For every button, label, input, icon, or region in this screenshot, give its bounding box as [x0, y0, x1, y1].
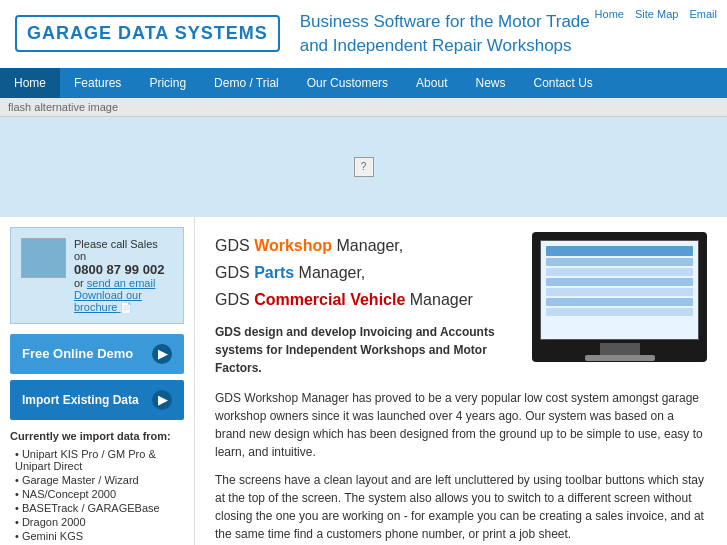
nav-pricing[interactable]: Pricing	[135, 68, 200, 98]
btn-import-label: Import Existing Data	[22, 393, 139, 407]
tagline-line2: and Independent Repair Workshops	[300, 34, 590, 58]
content-area: GDS Workshop Manager, GDS Parts Manager,…	[195, 217, 727, 545]
logo-text: GARAGE DATA SYSTEMS	[27, 23, 268, 44]
free-online-demo-button[interactable]: Free Online Demo ▶	[10, 334, 184, 374]
nav-features[interactable]: Features	[60, 68, 135, 98]
parts-highlight: Parts	[254, 264, 294, 281]
pl2-suffix: Manager,	[294, 264, 365, 281]
home-link[interactable]: Home	[595, 8, 624, 20]
import-existing-data-button[interactable]: Import Existing Data ▶	[10, 380, 184, 420]
contact-text: Please call Sales on 0800 87 99 002 or s…	[74, 238, 173, 313]
pl2-prefix: GDS	[215, 264, 254, 281]
list-item: Gemini KGS	[15, 529, 184, 543]
email-link[interactable]: Email	[689, 8, 717, 20]
flash-bar: flash alternative image	[0, 98, 727, 117]
list-item: BASETrack / GARAGEBase	[15, 501, 184, 515]
main-content: Please call Sales on 0800 87 99 002 or s…	[0, 217, 727, 545]
sim-row	[546, 246, 693, 256]
contact-phone: 0800 87 99 002	[74, 262, 173, 277]
nav-home[interactable]: Home	[0, 68, 60, 98]
contact-download-row: Download our brochure 📄	[74, 289, 173, 313]
nav-demo[interactable]: Demo / Trial	[200, 68, 293, 98]
pl3-prefix: GDS	[215, 291, 254, 308]
contact-or: or send an email	[74, 277, 173, 289]
desc-para2: The screens have a clean layout and are …	[215, 471, 707, 543]
commercial-highlight: Commercial Vehicle	[254, 291, 405, 308]
contact-email-link[interactable]: send an email	[87, 277, 156, 289]
list-item: Dragon 2000	[15, 515, 184, 529]
list-item: NAS/Concept 2000	[15, 487, 184, 501]
monitor-stand	[600, 343, 640, 355]
list-item: Unipart KIS Pro / GM Pro & Unipart Direc…	[15, 447, 184, 473]
nav-news[interactable]: News	[461, 68, 519, 98]
list-item: Garage Master / Wizard	[15, 473, 184, 487]
import-sources-title: Currently we import data from:	[10, 430, 184, 442]
monitor-image	[532, 232, 707, 362]
monitor-screen-inner	[541, 241, 698, 339]
workshop-highlight: Workshop	[254, 237, 332, 254]
import-sources-list: Unipart KIS Pro / GM Pro & Unipart Direc…	[10, 447, 184, 545]
tagline-line1: Business Software for the Motor Trade	[300, 10, 590, 34]
sim-row	[546, 308, 693, 316]
sim-row	[546, 298, 693, 306]
desc-para1: GDS Workshop Manager has proved to be a …	[215, 389, 707, 461]
nav-customers[interactable]: Our Customers	[293, 68, 402, 98]
pl1-prefix: GDS	[215, 237, 254, 254]
pdf-icon: 📄	[120, 302, 132, 313]
pl3-suffix: Manager	[405, 291, 473, 308]
import-arrow-icon: ▶	[152, 390, 172, 410]
nav-contact[interactable]: Contact Us	[519, 68, 606, 98]
btn-demo-label: Free Online Demo	[22, 346, 133, 361]
top-links: Home Site Map Email	[587, 8, 717, 20]
sim-row	[546, 258, 693, 266]
tagline: Business Software for the Motor Trade an…	[300, 10, 590, 58]
monitor	[532, 232, 707, 362]
sim-row	[546, 268, 693, 276]
monitor-base	[585, 355, 655, 361]
monitor-screen	[540, 240, 699, 340]
monitor-table-sim	[546, 246, 693, 318]
demo-arrow-icon: ▶	[152, 344, 172, 364]
nav-about[interactable]: About	[402, 68, 461, 98]
sitemap-link[interactable]: Site Map	[635, 8, 678, 20]
import-sources: Currently we import data from: Unipart K…	[10, 430, 184, 545]
contact-box: Please call Sales on 0800 87 99 002 or s…	[10, 227, 184, 324]
sidebar: Please call Sales on 0800 87 99 002 or s…	[0, 217, 195, 545]
sim-row	[546, 288, 693, 296]
contact-label: Please call Sales on	[74, 238, 173, 262]
nav-bar: Home Features Pricing Demo / Trial Our C…	[0, 68, 727, 98]
sim-row	[546, 278, 693, 286]
logo-box: GARAGE DATA SYSTEMS	[15, 15, 280, 52]
pl1-suffix: Manager,	[332, 237, 403, 254]
flash-area: ?	[0, 117, 727, 217]
flash-placeholder: ?	[354, 157, 374, 177]
contact-image	[21, 238, 66, 278]
